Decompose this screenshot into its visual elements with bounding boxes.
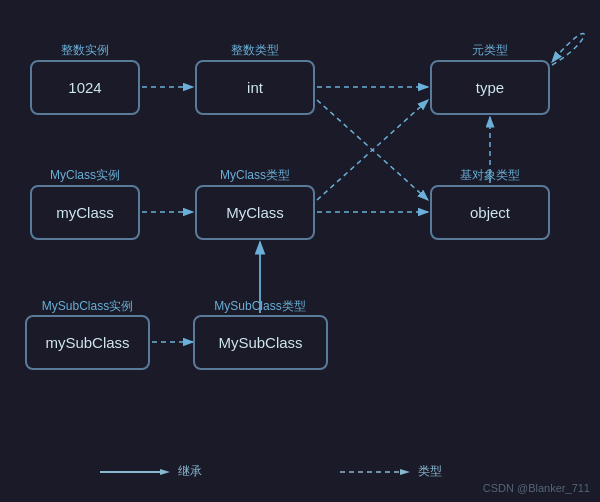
myclass-type-label: MyClass类型 — [195, 167, 315, 184]
myclass-instance-node: myClass — [30, 185, 140, 240]
type-legend: 类型 — [340, 463, 442, 480]
watermark: CSDN @Blanker_711 — [483, 482, 590, 494]
inherit-legend: 继承 — [100, 463, 202, 480]
myclass-instance-label: MyClass实例 — [25, 167, 145, 184]
int-type-node: int — [195, 60, 315, 115]
svg-marker-10 — [160, 469, 170, 475]
mysubclass-instance-node: mySubClass — [25, 315, 150, 370]
object-node: object — [430, 185, 550, 240]
type-node: type — [430, 60, 550, 115]
svg-line-5 — [317, 100, 428, 200]
diagram-container: 整数实例 1024 整数类型 int 元类型 type MyClass实例 my… — [0, 0, 600, 502]
meta-type-label: 元类型 — [430, 42, 550, 59]
mysubclass-type-label: MySubClass类型 — [190, 298, 330, 315]
mysubclass-instance-label: MySubClass实例 — [20, 298, 155, 315]
object-type-label: 基对象类型 — [430, 167, 550, 184]
mysubclass-type-node: MySubClass — [193, 315, 328, 370]
type-label: 类型 — [418, 463, 442, 480]
int-instance-node: 1024 — [30, 60, 140, 115]
int-instance-label: 整数实例 — [30, 42, 140, 59]
inherit-label: 继承 — [178, 463, 202, 480]
myclass-type-node: MyClass — [195, 185, 315, 240]
int-type-label: 整数类型 — [195, 42, 315, 59]
svg-line-3 — [317, 100, 428, 200]
svg-marker-12 — [400, 469, 410, 475]
